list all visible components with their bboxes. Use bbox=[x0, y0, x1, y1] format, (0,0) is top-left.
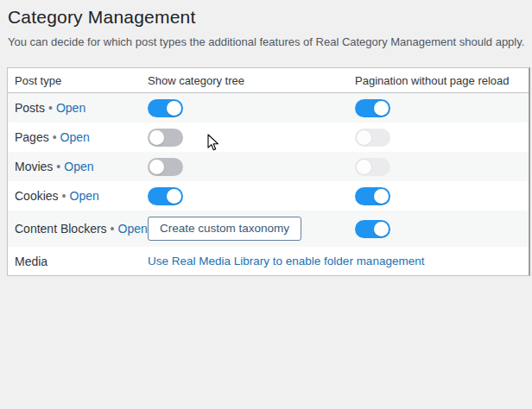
table-row-media: Media Use Real Media Library to enable f… bbox=[8, 247, 529, 275]
open-link-movies[interactable]: Open bbox=[64, 160, 93, 173]
table-row-posts: Posts•Open bbox=[8, 93, 529, 123]
post-types-settings-table: Post type Show category tree Pagination … bbox=[7, 67, 530, 276]
separator-dot: • bbox=[111, 222, 115, 236]
table-row-cookies: Cookies•Open bbox=[8, 181, 529, 211]
toggle-knob bbox=[357, 160, 371, 174]
separator-dot: • bbox=[56, 160, 60, 173]
toggle-knob bbox=[167, 189, 181, 204]
page-title: Category Management bbox=[8, 7, 195, 28]
open-link-content-blockers[interactable]: Open bbox=[118, 222, 148, 236]
category-tree-toggle-posts[interactable] bbox=[148, 99, 183, 117]
open-link-posts[interactable]: Open bbox=[56, 101, 86, 115]
open-link-cookies[interactable]: Open bbox=[70, 189, 99, 203]
toggle-knob bbox=[149, 160, 164, 174]
pagination-toggle-movies bbox=[355, 158, 390, 176]
toggle-knob bbox=[374, 222, 389, 236]
toggle-knob bbox=[374, 189, 389, 204]
toggle-knob bbox=[149, 130, 164, 145]
separator-dot: • bbox=[53, 130, 57, 144]
post-type-label-media: Media bbox=[15, 255, 48, 268]
post-type-label-pages: Pages bbox=[15, 130, 49, 144]
pagination-toggle-content-blockers[interactable] bbox=[355, 220, 390, 238]
category-tree-toggle-pages[interactable] bbox=[148, 129, 183, 147]
pagination-toggle-cookies[interactable] bbox=[355, 187, 390, 205]
column-header-post-type: Post type bbox=[8, 74, 148, 87]
table-header-row: Post type Show category tree Pagination … bbox=[8, 68, 529, 93]
separator-dot: • bbox=[48, 101, 53, 115]
page-subtitle: You can decide for which post types the … bbox=[8, 35, 524, 48]
create-custom-taxonomy-button[interactable]: Create custom taxonomy bbox=[148, 217, 301, 241]
column-header-pagination: Pagination without page reload bbox=[355, 74, 529, 87]
table-row-content-blockers: Content Blockers•Open Create custom taxo… bbox=[8, 211, 529, 247]
table-row-movies: Movies•Open bbox=[8, 152, 529, 181]
column-header-show-category-tree: Show category tree bbox=[148, 74, 355, 87]
category-tree-toggle-cookies[interactable] bbox=[148, 187, 183, 205]
separator-dot: • bbox=[62, 189, 66, 203]
pagination-toggle-posts[interactable] bbox=[355, 99, 390, 117]
toggle-knob bbox=[357, 130, 371, 145]
pagination-toggle-pages bbox=[355, 129, 390, 147]
real-media-library-link[interactable]: Use Real Media Library to enable folder … bbox=[148, 255, 529, 267]
toggle-knob bbox=[374, 101, 389, 116]
post-type-label-cookies: Cookies bbox=[15, 189, 59, 203]
post-type-label-movies: Movies bbox=[15, 160, 53, 173]
open-link-pages[interactable]: Open bbox=[60, 130, 90, 144]
category-tree-toggle-movies[interactable] bbox=[148, 158, 183, 176]
toggle-knob bbox=[167, 101, 181, 116]
post-type-label-posts: Posts bbox=[15, 101, 45, 115]
post-type-label-content-blockers: Content Blockers bbox=[15, 222, 107, 236]
table-row-pages: Pages•Open bbox=[8, 123, 529, 152]
